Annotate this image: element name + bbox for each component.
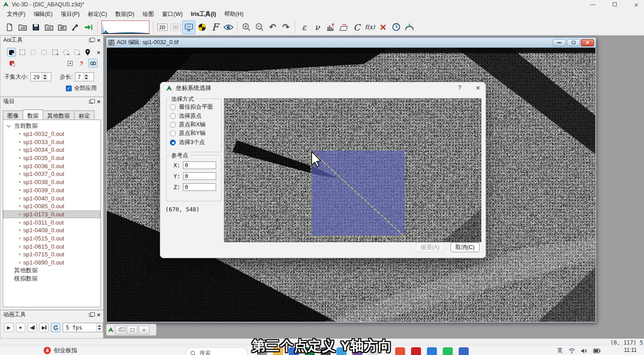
tree-file-item[interactable]: sp1-0515_0.out: [3, 235, 100, 243]
tree-file-item[interactable]: sp1-0035_0.out: [3, 154, 100, 162]
fps-stepper[interactable]: 5 fps: [63, 323, 103, 332]
shear-tool-icon[interactable]: [337, 20, 350, 34]
dialog-titlebar[interactable]: 坐标系统选择 ? ×: [160, 82, 485, 94]
tree-file-item[interactable]: sp1-0173_0.out: [3, 210, 100, 219]
view-image-icon[interactable]: [182, 20, 195, 34]
maximize-window-icon[interactable]: [127, 325, 138, 335]
rect-cut-button[interactable]: ×: [50, 48, 59, 57]
child-minimize-icon[interactable]: [553, 39, 566, 46]
menu-item[interactable]: 绘图: [139, 10, 158, 19]
tree-file-item[interactable]: sp1-0715_0.out: [3, 250, 100, 259]
view-2d-icon[interactable]: 2D: [156, 20, 169, 34]
tree-file-item[interactable]: sp1-0037_0.out: [3, 170, 100, 178]
radio-option[interactable]: 选择原点: [167, 111, 221, 120]
float-panel-icon[interactable]: [89, 100, 93, 104]
close-panel-icon[interactable]: ×: [97, 99, 100, 105]
stop-button[interactable]: ■: [16, 323, 25, 332]
radio-option[interactable]: 最佳拟合平面: [167, 103, 221, 111]
aoi-window-titlebar[interactable]: AOI 编辑: sp1-0032_0.tif ×: [106, 38, 596, 48]
step-stepper[interactable]: 7: [75, 72, 94, 81]
child-maximize-icon[interactable]: [567, 39, 580, 46]
new-project-icon[interactable]: [3, 20, 16, 34]
menu-item[interactable]: 标定(C): [84, 10, 111, 19]
time-tool-icon[interactable]: [390, 20, 403, 34]
minimize-icon[interactable]: —: [589, 1, 597, 8]
close-panel-icon[interactable]: ×: [97, 37, 100, 43]
dialog-close-icon[interactable]: ×: [476, 84, 480, 92]
open-data-icon[interactable]: [55, 20, 69, 34]
menu-item[interactable]: 帮助(H): [220, 10, 248, 19]
link-button[interactable]: [88, 59, 98, 68]
close-window-icon[interactable]: ×: [139, 325, 149, 335]
delete-icon[interactable]: ×: [376, 20, 390, 34]
radio-option[interactable]: 原点和X轴: [167, 120, 221, 129]
draw-tool-button[interactable]: [7, 48, 16, 57]
zoom-in-icon[interactable]: [240, 20, 253, 34]
step-forward-button[interactable]: ▶: [39, 323, 49, 332]
help-button[interactable]: ?: [77, 59, 86, 68]
y-field[interactable]: [183, 172, 216, 180]
apply-all-checkbox[interactable]: ✓: [66, 85, 72, 91]
zoom-out-icon[interactable]: [253, 20, 266, 34]
menu-item[interactable]: 文件(F): [3, 10, 30, 19]
strain-epsilon-icon[interactable]: ε: [297, 20, 311, 34]
redo-icon[interactable]: ↷: [279, 20, 292, 34]
rect-aoi-button[interactable]: [18, 48, 27, 57]
play-button[interactable]: ▶: [4, 323, 14, 332]
tree-root-item[interactable]: 其他数据: [3, 266, 100, 275]
dialog-help-icon[interactable]: ?: [458, 84, 461, 92]
tree-file-item[interactable]: sp1-0032_0.out: [3, 130, 100, 138]
contour-icon[interactable]: [195, 20, 208, 34]
tree-file-item[interactable]: sp1-0311_0.out: [3, 218, 100, 226]
x-field[interactable]: [183, 161, 216, 169]
menu-item[interactable]: 项目(P): [57, 10, 84, 19]
clear-aoi-button[interactable]: ×: [94, 48, 103, 57]
accept-button[interactable]: 接受(A): [416, 242, 445, 252]
import-icon[interactable]: [82, 20, 95, 34]
restore-window-icon[interactable]: [115, 325, 126, 335]
color-overlay-button[interactable]: [7, 59, 16, 68]
undo-icon[interactable]: ↶: [266, 20, 279, 34]
save-icon[interactable]: [29, 20, 42, 34]
menu-item[interactable]: 窗口(W): [158, 10, 187, 19]
float-panel-icon[interactable]: [89, 313, 93, 317]
view-3d-icon[interactable]: 3D: [169, 20, 182, 34]
menu-item[interactable]: Iris工具(I): [187, 10, 220, 19]
seed-point-button[interactable]: [83, 48, 92, 57]
tree-file-item[interactable]: sp1-0034_0.out: [3, 146, 100, 154]
calibrate-icon[interactable]: [69, 20, 82, 34]
function-fx-icon[interactable]: f(x): [363, 20, 376, 34]
tree-file-item[interactable]: sp1-0038_0.out: [3, 178, 100, 186]
open-project-icon[interactable]: Z3D: [16, 20, 29, 34]
polygon-cut-button[interactable]: ×: [72, 48, 81, 57]
menu-item[interactable]: 编辑(E): [30, 10, 57, 19]
gauge-tool-icon[interactable]: [403, 20, 416, 34]
tree-file-item[interactable]: sp1-0036_0.out: [3, 162, 100, 170]
float-panel-icon[interactable]: [89, 39, 93, 42]
tree-root-item[interactable]: 模拟数据: [3, 275, 100, 283]
step-back-button[interactable]: ◀: [28, 323, 37, 332]
close-icon[interactable]: ×: [632, 1, 640, 9]
maximize-icon[interactable]: [610, 1, 619, 8]
tree-root-current-data[interactable]: 当前数据: [3, 122, 100, 130]
z-field[interactable]: [183, 183, 216, 191]
tree-file-item[interactable]: sp1-0085_0.out: [3, 202, 100, 210]
menu-item[interactable]: 数据(D): [111, 10, 139, 19]
dialog-image-preview[interactable]: [224, 98, 481, 242]
radio-option[interactable]: 原点和Y轴: [167, 129, 221, 138]
coefficient-c-icon[interactable]: C: [350, 20, 363, 34]
radio-option[interactable]: 选择3个点: [167, 138, 221, 147]
tree-file-item[interactable]: sp1-0615_0.out: [3, 242, 100, 250]
function-f-icon[interactable]: F: [208, 20, 222, 34]
circle-aoi-button[interactable]: [29, 48, 38, 57]
tree-file-item[interactable]: sp1-0890_0.out: [3, 259, 100, 267]
histogram-widget[interactable]: [101, 20, 149, 34]
tree-file-item[interactable]: sp1-0040_0.out: [3, 194, 100, 202]
subset-stepper[interactable]: 29: [30, 72, 51, 81]
tree-file-item[interactable]: sp1-0408_0.out: [3, 226, 100, 235]
tree-file-item[interactable]: sp1-0033_0.out: [3, 138, 100, 146]
cancel-button[interactable]: 取消(C): [451, 242, 480, 252]
tree-file-item[interactable]: sp1-0039_0.out: [3, 186, 100, 195]
open-images-icon[interactable]: [42, 20, 55, 34]
polygon-aoi-button[interactable]: [40, 48, 49, 57]
